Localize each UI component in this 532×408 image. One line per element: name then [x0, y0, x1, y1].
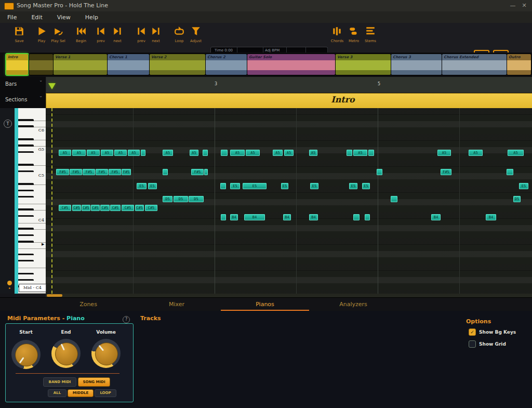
option-show-bg-keys[interactable]: ✓Show Bg Keys	[469, 330, 516, 335]
midi-note-B4[interactable]: B4	[230, 214, 238, 220]
midi-note-D5[interactable]: D5	[174, 196, 188, 202]
tool-icon[interactable]: T	[4, 120, 12, 128]
midi-note-A5[interactable]: A5	[273, 150, 283, 156]
next-bar-button[interactable]: next	[105, 26, 129, 43]
midi-note-F#5[interactable]: F#5	[56, 169, 69, 175]
playhead-line[interactable]	[51, 108, 52, 294]
midi-button-song-midi[interactable]: SONG MIDI	[78, 377, 110, 387]
midi-note-B4[interactable]: B4	[431, 214, 441, 220]
midi-note-E5[interactable]: E5	[362, 183, 370, 189]
minimize-button[interactable]: —	[508, 2, 517, 9]
midi-note-F#5[interactable]: F#5	[109, 169, 121, 175]
midi-note-C#5[interactable]: C#5	[59, 205, 71, 211]
play-sel-button[interactable]: Play Sel	[46, 26, 70, 43]
midi-note-D5[interactable]	[391, 196, 397, 202]
midi-button-loop[interactable]: LOOP	[95, 389, 116, 397]
midi-note-C#5[interactable]: C#5	[135, 205, 144, 211]
midi-note-A5[interactable]: A5	[508, 150, 524, 156]
midi-note-A5[interactable]	[141, 150, 145, 156]
midi-note-B4[interactable]	[221, 214, 226, 220]
midi-note-C#5[interactable]: C#5	[145, 205, 157, 211]
midi-note-E5[interactable]: E5	[281, 183, 288, 189]
midi-button-middle[interactable]: MIDDLE	[68, 389, 94, 397]
midi-note-F#5[interactable]: F#5	[96, 169, 108, 175]
overview-segment-chorus-1[interactable]: Chorus 1	[108, 54, 149, 75]
midi-note-A5[interactable]: A5	[59, 150, 71, 156]
white-key-F6[interactable]	[18, 108, 46, 115]
midi-note-A5[interactable]	[221, 150, 228, 156]
midi-note-F#5[interactable]: F#5	[191, 169, 204, 175]
midi-note-A5[interactable]: A5	[230, 150, 245, 156]
midi-note-A5[interactable]: A5	[190, 150, 198, 156]
midi-note-C#5[interactable]: C#5	[72, 205, 81, 211]
midi-note-A5[interactable]: A5	[284, 150, 294, 156]
midi-note-A5[interactable]	[203, 150, 208, 156]
playhead-marker-icon[interactable]	[48, 83, 56, 89]
midi-note-A5[interactable]: A5	[309, 150, 317, 156]
midi-note-A5[interactable]: A5	[163, 150, 173, 156]
overview-segment-outro[interactable]: Outro	[507, 54, 531, 75]
white-key-F5[interactable]	[18, 153, 46, 160]
pin-icon[interactable]	[7, 281, 12, 285]
midi-note-E5[interactable]: E5	[519, 183, 528, 189]
next-section-button[interactable]: next	[144, 26, 168, 43]
overview-segment-verse-1[interactable]: Verse 1	[54, 54, 107, 75]
midi-note-D5[interactable]: D5	[163, 196, 172, 202]
tab-pianos[interactable]: Pianos	[221, 298, 309, 311]
checkbox-show-grid[interactable]	[469, 340, 476, 348]
midi-note-A5[interactable]: A5	[101, 150, 113, 156]
midi-note-A5[interactable]: A5	[437, 150, 451, 156]
white-key-C3[interactable]	[18, 261, 46, 268]
midi-note-A5[interactable]	[347, 150, 352, 156]
menu-view[interactable]: View	[50, 12, 78, 21]
midi-note-F#5[interactable]: F#5	[441, 169, 451, 175]
midi-note-A5[interactable]: A5	[128, 150, 140, 156]
tab-mixer[interactable]: Mixer	[132, 298, 221, 311]
midi-note-E5[interactable]: E5	[230, 183, 240, 189]
midi-note-E5[interactable]: E5	[310, 183, 318, 189]
piano-keyboard[interactable]: C6G5C5C4	[18, 108, 46, 294]
midi-button-band-midi[interactable]: BAND MIDI	[43, 377, 76, 387]
midi-note-E5[interactable]: E5	[243, 183, 267, 189]
midi-note-C#5[interactable]: C#5	[122, 205, 134, 211]
bars-ruler[interactable]: Bars ⌄ 35	[0, 77, 532, 93]
overview-segment[interactable]	[29, 54, 53, 75]
midi-note-C#5[interactable]: C#5	[100, 205, 110, 211]
tab-zones[interactable]: Zones	[44, 298, 132, 311]
overview-segment-verse-3[interactable]: Verse 3	[336, 54, 391, 75]
save-button[interactable]: Save	[7, 26, 31, 43]
white-key-F4[interactable]	[18, 198, 46, 204]
midi-note-A5[interactable]: A5	[246, 150, 260, 156]
midi-note-B4[interactable]: B4	[309, 214, 318, 220]
midi-note-D5[interactable]: D5	[189, 196, 204, 202]
midi-note-B4[interactable]	[365, 214, 370, 220]
bars-collapse-icon[interactable]: ⌄	[39, 78, 43, 83]
midi-note-A5[interactable]: A5	[353, 150, 367, 156]
midi-note-E5[interactable]: E5	[148, 183, 157, 189]
overview-segment-guitar-solo[interactable]: Guitar Solo	[247, 54, 335, 75]
midi-note-C#5[interactable]: C#5	[82, 205, 90, 211]
midi-note-E5[interactable]	[220, 183, 226, 189]
adjust-button[interactable]: Adjust	[184, 26, 208, 43]
midi-note-B4[interactable]: B4	[283, 214, 291, 220]
menu-edit[interactable]: Edit	[24, 12, 49, 21]
midi-note-F#5[interactable]	[163, 169, 168, 175]
midi-note-C#5[interactable]: C#5	[110, 205, 121, 211]
knob-start[interactable]	[11, 340, 41, 369]
menu-file[interactable]: File	[0, 12, 24, 21]
checkbox-show-bg-keys[interactable]: ✓	[469, 328, 476, 336]
overview-segment-verse-2[interactable]: Verse 2	[150, 54, 205, 75]
help-icon[interactable]: ?	[123, 316, 130, 323]
overview-segment-intro[interactable]: Intro	[6, 54, 28, 75]
section-block-intro[interactable]: Intro	[46, 93, 532, 109]
midi-note-A5[interactable]	[368, 150, 374, 156]
piano-roll-grid[interactable]: A5A5A5A5A5A5A5A5A5A5A5A5A5A5A5A5A5F#5F#5…	[46, 108, 532, 294]
midi-note-F#5[interactable]: F#5	[70, 169, 82, 175]
horizontal-scrollbar[interactable]	[46, 294, 532, 297]
knob-volume[interactable]	[91, 339, 121, 368]
midi-note-E5[interactable]: E5	[137, 183, 147, 189]
midi-note-C#5[interactable]: C#5	[91, 205, 100, 211]
midi-note-A5[interactable]: A5	[114, 150, 127, 156]
midi-note-B4[interactable]	[353, 214, 360, 220]
midi-note-F#5[interactable]: F#5	[122, 169, 131, 175]
